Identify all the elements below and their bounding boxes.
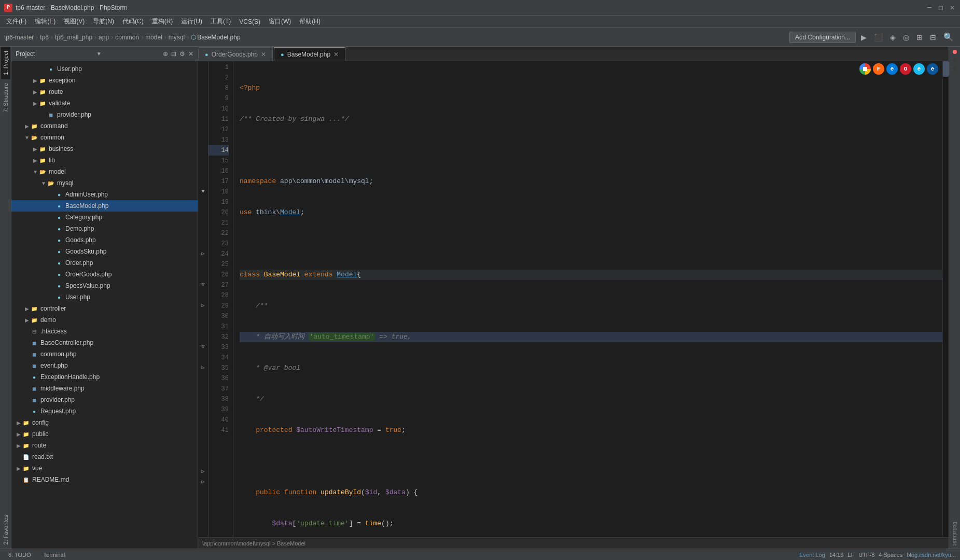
tree-item-goods[interactable]: ● Goods.php <box>11 234 198 246</box>
breadcrumb-part[interactable]: tp6-master <box>4 34 34 41</box>
menu-tools[interactable]: 工具(T) <box>206 16 235 27</box>
tree-item-ordergoods[interactable]: ● OrderGoods.php <box>11 269 198 280</box>
tree-item-model[interactable]: ▼ 📂 model <box>11 166 198 177</box>
tree-item-adminuser[interactable]: ● AdminUser.php <box>11 189 198 200</box>
tree-item-exceptionhandle[interactable]: ● ExceptionHandle.php <box>11 371 198 383</box>
tree-item-request[interactable]: ● Request.php <box>11 405 198 417</box>
tree-item-goodssku[interactable]: ● GoodsSku.php <box>11 246 198 257</box>
tree-item-exception[interactable]: ▶ 📁 exception <box>11 75 198 86</box>
menu-code[interactable]: 代码(C) <box>118 16 148 27</box>
edge2-icon[interactable]: e <box>927 63 938 75</box>
folder-icon: 📁 <box>38 88 47 96</box>
tree-item-config[interactable]: ▶ 📁 config <box>11 417 198 428</box>
tree-item-basemodel[interactable]: ● BaseModel.php <box>11 200 198 212</box>
menu-refactor[interactable]: 重构(R) <box>148 16 177 27</box>
todo-tab[interactable]: 6: TODO <box>4 552 35 558</box>
menu-navigate[interactable]: 导航(N) <box>89 16 118 27</box>
breadcrumb-part[interactable]: tp6 <box>40 34 49 41</box>
search-everywhere-button[interactable]: 🔍 <box>941 31 956 43</box>
settings-icon[interactable]: ⚙ <box>179 50 185 58</box>
tree-item-common-php[interactable]: ◼ common.php <box>11 348 198 360</box>
menu-run[interactable]: 运行(U) <box>177 16 206 27</box>
menu-file[interactable]: 文件(F) <box>2 16 31 27</box>
run-button[interactable]: ▶ <box>859 32 869 43</box>
tree-item-command[interactable]: ▶ 📁 command <box>11 120 198 132</box>
tab-ordergoods[interactable]: ● OrderGoods.php ✕ <box>198 47 273 61</box>
htaccess-icon: ⊟ <box>30 327 38 335</box>
terminal-tab[interactable]: Terminal <box>39 552 69 558</box>
tree-item-route2[interactable]: ▶ 📁 route <box>11 440 198 451</box>
tree-item-basecontroller[interactable]: ◼ BaseController.php <box>11 337 198 348</box>
profile-button[interactable]: ◈ <box>888 32 898 43</box>
toolbar-icon1[interactable]: ⊞ <box>914 32 925 43</box>
database-label[interactable]: Database <box>952 522 957 547</box>
add-configuration-button[interactable]: Add Configuration... <box>789 32 856 43</box>
tree-item-mysql[interactable]: ▼ 📂 mysql <box>11 177 198 189</box>
breadcrumb-part[interactable]: common <box>115 34 139 41</box>
tree-item-user-mysql[interactable]: ● User.php <box>11 291 198 303</box>
minimize-button[interactable]: ─ <box>926 4 933 11</box>
close-button[interactable]: ✕ <box>949 4 956 11</box>
tree-item-middleware[interactable]: ◼ middleware.php <box>11 383 198 394</box>
menu-edit[interactable]: 编辑(E) <box>31 16 60 27</box>
event-log-link[interactable]: Event Log <box>799 552 825 558</box>
collapse-icon[interactable]: ⊟ <box>171 50 176 58</box>
tree-item-route[interactable]: ▶ 📁 route <box>11 86 198 97</box>
coverage-button[interactable]: ◎ <box>901 32 911 43</box>
breadcrumb-part[interactable]: mysql <box>169 34 185 41</box>
tree-item-category[interactable]: ● Category.php <box>11 212 198 223</box>
tree-item-htaccess[interactable]: ⊟ .htaccess <box>11 326 198 337</box>
spaces-indicator[interactable]: 4 Spaces <box>879 552 902 558</box>
menu-vcs[interactable]: VCS(S) <box>235 16 265 27</box>
tree-item-readme[interactable]: 📋 README.md <box>11 474 198 485</box>
tree-item-demo[interactable]: ● Demo.php <box>11 223 198 234</box>
left-tab-project[interactable]: 1: Project <box>1 47 10 79</box>
menu-help[interactable]: 帮助(H) <box>295 16 325 27</box>
close-sidebar-icon[interactable]: ✕ <box>188 50 193 58</box>
menu-window[interactable]: 窗口(W) <box>265 16 295 27</box>
code-editor[interactable]: ▼ ▷ ▽ ▷ ▽ ▷ <box>198 61 949 537</box>
chrome-icon[interactable] <box>859 63 871 75</box>
tab-close-ordergoods[interactable]: ✕ <box>261 51 266 58</box>
code-content[interactable]: <?php /** Created by singwa ...*/ namesp… <box>233 61 942 537</box>
debug-button[interactable]: ⬛ <box>872 32 885 43</box>
locate-icon[interactable]: ⊕ <box>163 50 168 58</box>
tree-item-user-php-top[interactable]: ● User.php <box>11 63 198 75</box>
left-tab-favorites[interactable]: 2: Favorites <box>1 511 10 549</box>
tree-item-readtxt[interactable]: 📄 read.txt <box>11 451 198 463</box>
tab-close-basemodel[interactable]: ✕ <box>333 51 339 58</box>
firefox-icon[interactable]: F <box>873 63 884 75</box>
blog-link[interactable]: blog.csdn.net/kyu... <box>907 552 956 558</box>
breadcrumb-part[interactable]: tp6_mall_php <box>55 34 92 41</box>
tree-item-order[interactable]: ● Order.php <box>11 257 198 269</box>
menu-view[interactable]: 视图(V) <box>60 16 89 27</box>
edge-icon[interactable]: e <box>886 63 898 75</box>
code-line-16: */ <box>240 394 942 404</box>
tree-item-specsvalue[interactable]: ● SpecsValue.php <box>11 280 198 291</box>
tab-basemodel[interactable]: ● BaseModel.php ✕ <box>274 47 345 61</box>
php-file-icon: ● <box>55 213 63 221</box>
tree-item-validate[interactable]: ▶ 📁 validate <box>11 97 198 109</box>
toolbar: tp6-master › tp6 › tp6_mall_php › app › … <box>0 28 960 47</box>
opera-icon[interactable]: O <box>900 63 911 75</box>
left-tab-structure[interactable]: 7: Structure <box>1 79 10 117</box>
tree-item-controller[interactable]: ▶ 📁 controller <box>11 303 198 314</box>
right-indicator-1 <box>953 50 957 54</box>
tree-item-vue[interactable]: ▶ 📁 vue <box>11 463 198 474</box>
ie-icon[interactable]: e <box>913 63 925 75</box>
title-controls[interactable]: ─ ❐ ✕ <box>926 4 956 11</box>
folder-icon: 📁 <box>38 145 47 153</box>
tree-item-event[interactable]: ◼ event.php <box>11 360 198 371</box>
tree-item-common[interactable]: ▼ 📂 common <box>11 132 198 143</box>
tree-item-demo-folder[interactable]: ▶ 📁 demo <box>11 314 198 326</box>
tree-item-provider-php[interactable]: ◼ provider.php <box>11 109 198 120</box>
tree-item-lib[interactable]: ▶ 📁 lib <box>11 155 198 166</box>
tree-item-public[interactable]: ▶ 📁 public <box>11 428 198 440</box>
breadcrumb-part[interactable]: app <box>99 34 109 41</box>
breadcrumb-part[interactable]: model <box>145 34 162 41</box>
breadcrumb-current[interactable]: BaseModel.php <box>197 34 240 41</box>
tree-item-business[interactable]: ▶ 📁 business <box>11 143 198 155</box>
maximize-button[interactable]: ❐ <box>937 4 944 11</box>
tree-item-provider2[interactable]: ◼ provider.php <box>11 394 198 405</box>
toolbar-icon2[interactable]: ⊟ <box>928 32 938 43</box>
